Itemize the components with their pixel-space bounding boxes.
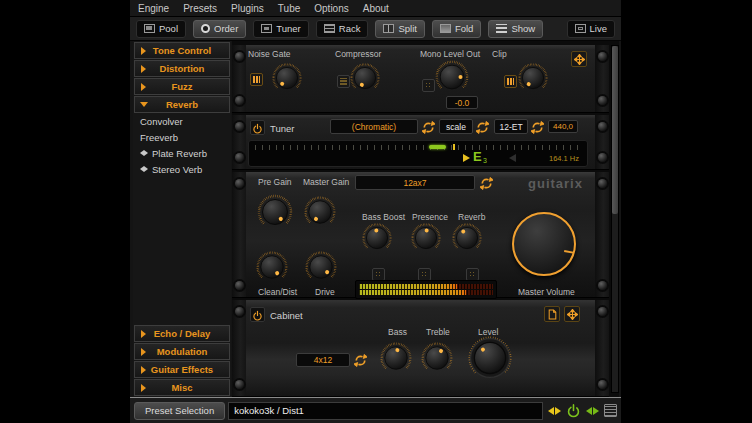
menu-engine[interactable]: Engine	[138, 3, 169, 14]
menu-about[interactable]: About	[363, 3, 389, 14]
bars-icon	[253, 76, 260, 83]
reload-icon[interactable]	[476, 120, 489, 133]
reload-icon[interactable]	[354, 353, 367, 366]
chevron-right-icon	[141, 65, 146, 73]
master-volume-label: Master Volume	[518, 287, 575, 297]
sidebar-category-distortion[interactable]: Distortion	[134, 60, 230, 77]
left-right-arrows-yellow-icon[interactable]	[548, 407, 561, 415]
noise-gate-knob[interactable]	[270, 61, 304, 95]
cabinet-model-select[interactable]: 4x12	[296, 353, 350, 367]
rack-rail-left	[232, 45, 246, 112]
tuner-power-button[interactable]	[250, 120, 265, 135]
sidebar-category-echo-delay[interactable]: Echo / Delay	[134, 325, 230, 342]
order-icon	[201, 24, 210, 33]
mono-panel: Noise Gate Compressor Mono Level Out Cli…	[246, 45, 595, 112]
clip-knob[interactable]	[516, 61, 550, 95]
pre-gain-knob[interactable]	[255, 192, 295, 232]
left-right-arrows-green-icon[interactable]	[586, 407, 599, 415]
rack-rail-right	[595, 45, 609, 112]
category-label: Modulation	[157, 346, 208, 357]
move-icon[interactable]	[564, 306, 580, 322]
clean-dist-knob[interactable]	[254, 249, 290, 285]
mono-level-value-box[interactable]: -0.0	[446, 96, 478, 109]
split-button[interactable]: Split	[375, 20, 424, 38]
knob-indicator	[459, 75, 463, 79]
master-volume-knob[interactable]	[512, 212, 576, 276]
cabinet-level-knob[interactable]	[465, 333, 515, 383]
live-icon	[575, 24, 586, 33]
fold-button[interactable]: Fold	[432, 20, 481, 38]
presence-knob[interactable]	[409, 221, 443, 255]
tuner-reference-pitch[interactable]: 440,0	[548, 120, 578, 133]
compressor-knob[interactable]	[348, 61, 382, 95]
cabinet-treble-knob[interactable]	[419, 340, 455, 376]
tuner-mode-select[interactable]: (Chromatic)	[330, 119, 418, 134]
chevron-right-icon	[141, 384, 146, 392]
order-button[interactable]: Order	[193, 20, 246, 38]
tuner-cents-bar	[429, 145, 446, 149]
plugin-item-stereo-verb[interactable]: Stereo Verb	[133, 161, 231, 177]
master-gain-knob[interactable]	[302, 194, 338, 230]
preset-input[interactable]	[228, 402, 543, 420]
tube-select[interactable]: 12ax7	[355, 175, 475, 190]
sidebar-category-tone-control[interactable]: Tone Control	[134, 42, 230, 59]
cabinet-bass-knob[interactable]	[378, 340, 414, 376]
drive-knob[interactable]	[303, 249, 339, 285]
tuner-button[interactable]: Tuner	[253, 20, 308, 38]
power-green-icon[interactable]	[566, 403, 581, 418]
bass-boost-knob[interactable]	[360, 221, 394, 255]
plugin-item-convolver[interactable]: Convolver	[133, 113, 231, 129]
compressor-label: Compressor	[335, 49, 381, 59]
amp-panel: Pre Gain Master Gain 12ax7 guitarix Bass…	[246, 172, 595, 297]
scrollbar-thumb[interactable]	[612, 46, 618, 214]
plugin-item-plate-reverb[interactable]: Plate Reverb	[133, 145, 231, 161]
tuner-scale-select[interactable]: scale	[439, 119, 473, 134]
live-button[interactable]: Live	[567, 20, 615, 38]
tuner-temperament-select[interactable]: 12-ET	[494, 119, 528, 134]
pool-button[interactable]: Pool	[136, 20, 186, 38]
reload-icon[interactable]	[531, 120, 544, 133]
screw-icon	[235, 307, 244, 316]
bars-icon	[507, 78, 514, 85]
cabinet-power-button[interactable]	[250, 307, 265, 322]
cabinet-panel: Cabinet 4x12 Bass Treble Level	[246, 300, 595, 396]
screw-icon	[598, 281, 607, 290]
rack-scrollbar[interactable]	[611, 45, 619, 393]
category-label: Fuzz	[171, 81, 192, 92]
reverb-knob[interactable]	[450, 221, 484, 255]
master-gain-label: Master Gain	[303, 177, 349, 187]
sidebar-category-fuzz[interactable]: Fuzz	[134, 78, 230, 95]
rack-button[interactable]: Rack	[316, 20, 369, 38]
reload-icon[interactable]	[422, 120, 435, 133]
reload-icon[interactable]	[480, 176, 493, 189]
drive-label: Drive	[315, 287, 335, 297]
grid-icon	[375, 271, 382, 278]
plugin-label: Convolver	[140, 116, 183, 127]
menu-presets[interactable]: Presets	[183, 3, 217, 14]
document-icon[interactable]	[544, 306, 560, 322]
sidebar-category-guitar-effects[interactable]: Guitar Effects	[134, 361, 230, 378]
preset-selection-label: Preset Selection	[145, 405, 214, 416]
noise-gate-toggle-button[interactable]	[250, 73, 263, 86]
fold-icon	[440, 24, 451, 33]
chevron-right-icon	[141, 366, 146, 374]
preset-selection-button[interactable]: Preset Selection	[134, 402, 225, 420]
category-label: Tone Control	[153, 45, 211, 56]
tuner-sharp-arrow-icon	[509, 154, 516, 162]
chevron-right-icon	[141, 47, 146, 55]
menu-options[interactable]: Options	[314, 3, 348, 14]
bars-icon	[340, 78, 347, 85]
mono-level-out-knob[interactable]	[433, 58, 471, 96]
sidebar-category-reverb[interactable]: Reverb	[134, 96, 230, 113]
show-button[interactable]: Show	[488, 20, 543, 38]
list-icon[interactable]	[604, 404, 617, 417]
plugin-item-freeverb[interactable]: Freeverb	[133, 129, 231, 145]
cabinet-treble-label: Treble	[426, 327, 450, 337]
rack-rail-right	[595, 172, 609, 297]
menu-tube[interactable]: Tube	[278, 3, 300, 14]
menu-plugins[interactable]: Plugins	[231, 3, 264, 14]
screw-icon	[598, 52, 607, 61]
sidebar-category-misc[interactable]: Misc	[134, 379, 230, 396]
sidebar-category-modulation[interactable]: Modulation	[134, 343, 230, 360]
move-icon[interactable]	[571, 51, 587, 67]
